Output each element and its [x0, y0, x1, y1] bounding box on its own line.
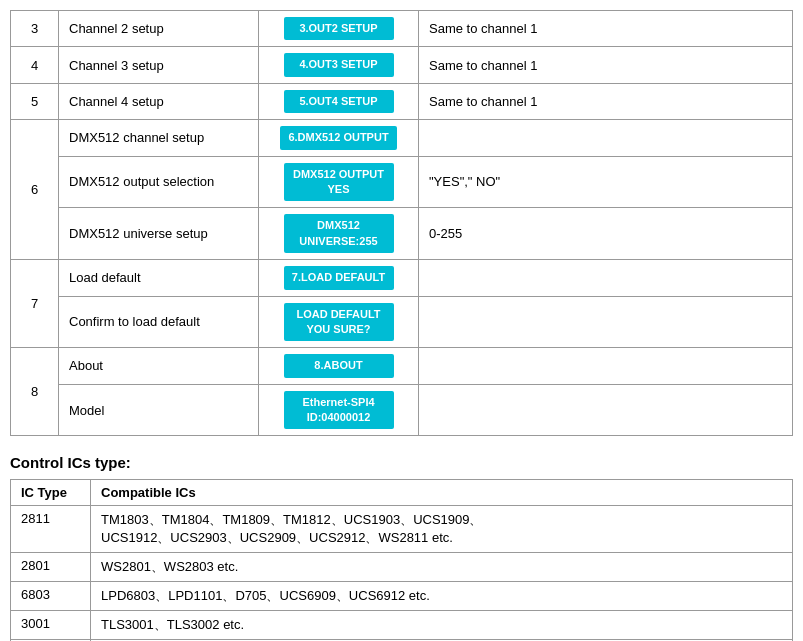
ic-compatible: TLS3001、TLS3002 etc.	[91, 611, 793, 640]
setup-button[interactable]: 5.OUT4 SETUP	[284, 90, 394, 113]
row-button-cell: Ethernet-SPI4 ID:04000012	[259, 384, 419, 436]
ic-table-row: 6803LPD6803、LPD1101、D705、UCS6909、UCS6912…	[11, 582, 793, 611]
setup-button[interactable]: 6.DMX512 OUTPUT	[280, 126, 396, 149]
setup-button[interactable]: 4.OUT3 SETUP	[284, 53, 394, 76]
ic-table-row: 2811TM1803、TM1804、TM1809、TM1812、UCS1903、…	[11, 506, 793, 553]
ic-compatible: LPD6803、LPD1101、D705、UCS6909、UCS6912 etc…	[91, 582, 793, 611]
ic-type: 2801	[11, 553, 91, 582]
ic-table-row: 3001TLS3001、TLS3002 etc.	[11, 611, 793, 640]
row-note	[419, 120, 793, 156]
row-description: About	[59, 348, 259, 384]
row-button-cell: DMX512 UNIVERSE:255	[259, 208, 419, 260]
ic-compatible: TM1803、TM1804、TM1809、TM1812、UCS1903、UCS1…	[91, 506, 793, 553]
setup-button[interactable]: DMX512 OUTPUT YES	[284, 163, 394, 202]
row-note: 0-255	[419, 208, 793, 260]
row-note: "YES"," NO"	[419, 156, 793, 208]
row-number: 6	[11, 120, 59, 260]
row-button-cell: 8.ABOUT	[259, 348, 419, 384]
row-note: Same to channel 1	[419, 83, 793, 119]
row-button-cell: 7.LOAD DEFAULT	[259, 260, 419, 296]
control-ics-section: Control ICs type: IC Type Compatible ICs…	[10, 454, 793, 641]
row-note	[419, 296, 793, 348]
row-button-cell: LOAD DEFAULT YOU SURE?	[259, 296, 419, 348]
row-number: 3	[11, 11, 59, 47]
ic-table-header-compatible: Compatible ICs	[91, 480, 793, 506]
ic-type: 2811	[11, 506, 91, 553]
setup-table: 3Channel 2 setup3.OUT2 SETUPSame to chan…	[10, 10, 793, 436]
row-note: Same to channel 1	[419, 47, 793, 83]
ic-table-header-type: IC Type	[11, 480, 91, 506]
row-number: 7	[11, 260, 59, 348]
row-note: Same to channel 1	[419, 11, 793, 47]
row-button-cell: 3.OUT2 SETUP	[259, 11, 419, 47]
row-description: DMX512 channel setup	[59, 120, 259, 156]
row-description: Channel 2 setup	[59, 11, 259, 47]
row-note	[419, 384, 793, 436]
setup-button[interactable]: Ethernet-SPI4 ID:04000012	[284, 391, 394, 430]
row-description: Channel 4 setup	[59, 83, 259, 119]
row-button-cell: 4.OUT3 SETUP	[259, 47, 419, 83]
ic-table: IC Type Compatible ICs 2811TM1803、TM1804…	[10, 479, 793, 641]
row-description: Model	[59, 384, 259, 436]
row-number: 8	[11, 348, 59, 436]
setup-button[interactable]: LOAD DEFAULT YOU SURE?	[284, 303, 394, 342]
setup-button[interactable]: 3.OUT2 SETUP	[284, 17, 394, 40]
setup-button[interactable]: 7.LOAD DEFAULT	[284, 266, 394, 289]
ic-compatible: WS2801、WS2803 etc.	[91, 553, 793, 582]
section-title: Control ICs type:	[10, 454, 793, 471]
row-note	[419, 348, 793, 384]
row-number: 5	[11, 83, 59, 119]
row-note	[419, 260, 793, 296]
ic-type: 6803	[11, 582, 91, 611]
row-button-cell: 5.OUT4 SETUP	[259, 83, 419, 119]
row-description: DMX512 output selection	[59, 156, 259, 208]
ic-type: 3001	[11, 611, 91, 640]
row-description: Confirm to load default	[59, 296, 259, 348]
setup-button[interactable]: 8.ABOUT	[284, 354, 394, 377]
setup-button[interactable]: DMX512 UNIVERSE:255	[284, 214, 394, 253]
row-button-cell: DMX512 OUTPUT YES	[259, 156, 419, 208]
row-description: Channel 3 setup	[59, 47, 259, 83]
row-button-cell: 6.DMX512 OUTPUT	[259, 120, 419, 156]
row-description: Load default	[59, 260, 259, 296]
row-description: DMX512 universe setup	[59, 208, 259, 260]
row-number: 4	[11, 47, 59, 83]
ic-table-row: 2801WS2801、WS2803 etc.	[11, 553, 793, 582]
